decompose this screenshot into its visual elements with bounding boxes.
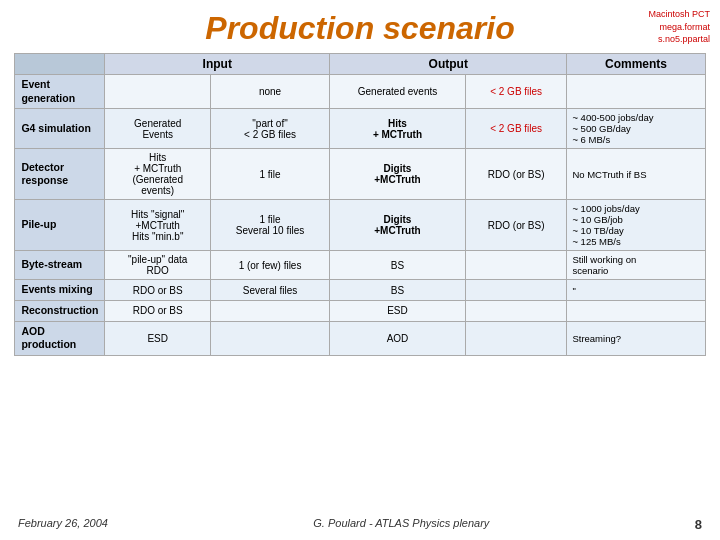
output1-byte-stream: BS — [330, 251, 466, 280]
comments-aod-production: Streaming? — [567, 321, 705, 355]
table-row: Events mixingRDO or BSSeveral filesBS" — [15, 280, 705, 301]
header-output: Output — [330, 54, 567, 75]
row-label-g4-simulation: G4 simulation — [15, 109, 105, 149]
output2-detector-response: RDO (or BS) — [465, 149, 567, 200]
header-comments: Comments — [567, 54, 705, 75]
input1-events-mixing: RDO or BS — [105, 280, 211, 301]
page-title: Production scenario — [0, 0, 720, 53]
table-row: G4 simulationGenerated Events"part of" <… — [15, 109, 705, 149]
input2-pile-up: 1 file Several 10 files — [211, 200, 330, 251]
table-row: Event generationnoneGenerated events< 2 … — [15, 75, 705, 109]
row-label-pile-up: Pile-up — [15, 200, 105, 251]
output2-event-generation: < 2 GB files — [465, 75, 567, 109]
output2-reconstruction — [465, 300, 567, 321]
output2-g4-simulation: < 2 GB files — [465, 109, 567, 149]
comments-byte-stream: Still working on scenario — [567, 251, 705, 280]
output1-reconstruction: ESD — [330, 300, 466, 321]
output2-events-mixing — [465, 280, 567, 301]
row-label-byte-stream: Byte-stream — [15, 251, 105, 280]
footer: February 26, 2004 G. Poulard - ATLAS Phy… — [0, 517, 720, 532]
table-row: AOD productionESDAODStreaming? — [15, 321, 705, 355]
input2-aod-production — [211, 321, 330, 355]
row-label-aod-production: AOD production — [15, 321, 105, 355]
table-row: Detector responseHits + MCTruth (Generat… — [15, 149, 705, 200]
comments-pile-up: ~ 1000 jobs/day ~ 10 GB/job ~ 10 TB/day … — [567, 200, 705, 251]
comments-g4-simulation: ~ 400-500 jobs/day ~ 500 GB/day ~ 6 MB/s — [567, 109, 705, 149]
table-row: ReconstructionRDO or BSESD — [15, 300, 705, 321]
input2-detector-response: 1 file — [211, 149, 330, 200]
logo-area: Macintosh PCT mega.format s.no5.ppartal — [648, 8, 710, 46]
comments-events-mixing: " — [567, 280, 705, 301]
table-row: Byte-stream"pile-up" data RDO1 (or few) … — [15, 251, 705, 280]
row-label-reconstruction: Reconstruction — [15, 300, 105, 321]
output1-pile-up: Digits +MCTruth — [330, 200, 466, 251]
footer-center: G. Poulard - ATLAS Physics plenary — [313, 517, 489, 532]
table-row: Pile-upHits "signal" +MCTruth Hits "min.… — [15, 200, 705, 251]
output1-detector-response: Digits +MCTruth — [330, 149, 466, 200]
footer-date: February 26, 2004 — [18, 517, 108, 532]
output2-pile-up: RDO (or BS) — [465, 200, 567, 251]
input2-reconstruction — [211, 300, 330, 321]
logo-line3: s.no5.ppartal — [648, 33, 710, 46]
output2-byte-stream — [465, 251, 567, 280]
output1-g4-simulation: Hits + MCTruth — [330, 109, 466, 149]
row-label-event-generation: Event generation — [15, 75, 105, 109]
input1-pile-up: Hits "signal" +MCTruth Hits "min.b" — [105, 200, 211, 251]
output2-aod-production — [465, 321, 567, 355]
output1-aod-production: AOD — [330, 321, 466, 355]
row-label-events-mixing: Events mixing — [15, 280, 105, 301]
main-table: Input Output Comments Event generationno… — [14, 53, 705, 356]
input1-reconstruction: RDO or BS — [105, 300, 211, 321]
output1-events-mixing: BS — [330, 280, 466, 301]
header-input: Input — [105, 54, 330, 75]
row-label-detector-response: Detector response — [15, 149, 105, 200]
input2-byte-stream: 1 (or few) files — [211, 251, 330, 280]
input1-detector-response: Hits + MCTruth (Generated events) — [105, 149, 211, 200]
input1-byte-stream: "pile-up" data RDO — [105, 251, 211, 280]
input2-event-generation: none — [211, 75, 330, 109]
input1-event-generation — [105, 75, 211, 109]
output1-event-generation: Generated events — [330, 75, 466, 109]
comments-reconstruction — [567, 300, 705, 321]
input1-aod-production: ESD — [105, 321, 211, 355]
comments-event-generation — [567, 75, 705, 109]
input2-g4-simulation: "part of" < 2 GB files — [211, 109, 330, 149]
input2-events-mixing: Several files — [211, 280, 330, 301]
comments-detector-response: No MCTruth if BS — [567, 149, 705, 200]
header-empty — [15, 54, 105, 75]
input1-g4-simulation: Generated Events — [105, 109, 211, 149]
logo-line2: mega.format — [648, 21, 710, 34]
logo-line1: Macintosh PCT — [648, 8, 710, 21]
footer-page: 8 — [695, 517, 702, 532]
